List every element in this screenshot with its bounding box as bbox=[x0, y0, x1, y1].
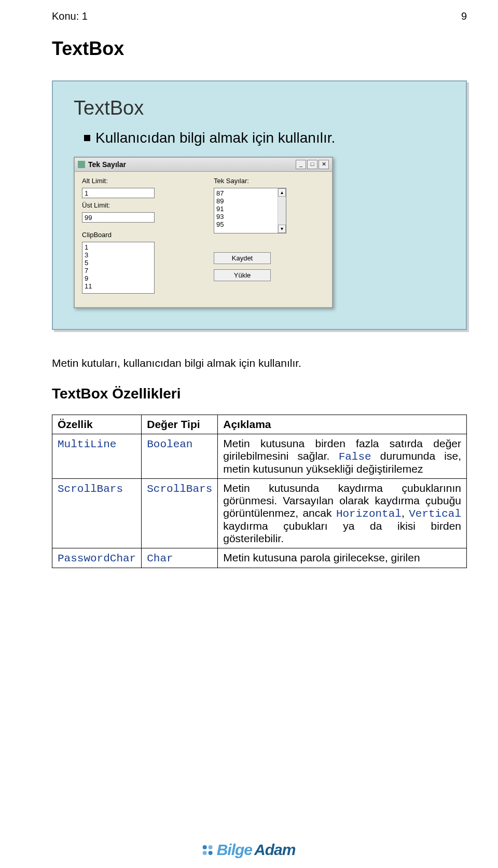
tek-sayilar-list-content: 87 89 91 93 95 bbox=[216, 189, 275, 228]
section-title: TextBox bbox=[52, 38, 467, 60]
brand-part2: Adam bbox=[254, 841, 295, 859]
slide-bullet: Kullanıcıdan bilgi almak için kullanılır… bbox=[84, 130, 450, 146]
properties-table: Özellik Değer Tipi Açıklama MultiLine Bo… bbox=[52, 415, 467, 568]
prop-name: ScrollBars bbox=[58, 483, 123, 495]
slide-card: TextBox Kullanıcıdan bilgi almak için ku… bbox=[52, 80, 467, 330]
th-deger-tipi: Değer Tipi bbox=[142, 415, 218, 434]
alt-limit-input[interactable]: 1 bbox=[82, 188, 155, 198]
header-topic: Konu: 1 bbox=[52, 10, 88, 22]
desc-code: False bbox=[339, 451, 371, 463]
slide-bullet-text: Kullanıcıdan bilgi almak için kullanılır… bbox=[95, 130, 335, 146]
clipboard-list-content: 1 3 5 7 9 11 bbox=[85, 243, 152, 290]
desc-code: Horizontal bbox=[336, 508, 402, 520]
th-aciklama: Açıklama bbox=[218, 415, 467, 434]
prop-name: PasswordChar bbox=[58, 553, 136, 564]
scroll-down-icon[interactable]: ▾ bbox=[278, 225, 286, 233]
prop-desc: Metin kutusunda kaydırma çubuklarının gö… bbox=[218, 479, 467, 548]
alt-limit-label: Alt Limit: bbox=[82, 177, 193, 185]
table-row: PasswordChar Char Metin kutusuna parola … bbox=[52, 548, 467, 568]
table-row: ScrollBars ScrollBars Metin kutusunda ka… bbox=[52, 479, 467, 548]
clipboard-label: ClipBoard bbox=[82, 231, 193, 239]
prop-name: MultiLine bbox=[58, 438, 116, 450]
prop-desc: Metin kutusuna birden fazla satırda değe… bbox=[218, 434, 467, 479]
bullet-square-icon bbox=[84, 135, 90, 141]
ust-limit-input[interactable]: 99 bbox=[82, 212, 155, 223]
intro-paragraph: Metin kutuları, kullanıcıdan bilgi almak… bbox=[52, 356, 467, 370]
scrollbar[interactable]: ▴ ▾ bbox=[278, 188, 286, 233]
footer-logo: BilgeAdam bbox=[203, 841, 296, 859]
desc-text: , bbox=[402, 507, 409, 519]
table-header-row: Özellik Değer Tipi Açıklama bbox=[52, 415, 467, 434]
brand-part1: Bilge bbox=[217, 841, 252, 859]
prop-type: ScrollBars bbox=[147, 483, 212, 495]
table-row: MultiLine Boolean Metin kutusuna birden … bbox=[52, 434, 467, 479]
tek-sayilar-listbox[interactable]: 87 89 91 93 95 ▴ ▾ bbox=[214, 188, 286, 233]
minimize-button[interactable]: _ bbox=[296, 160, 306, 169]
kaydet-button[interactable]: Kaydet bbox=[214, 252, 271, 264]
close-button[interactable]: ✕ bbox=[319, 160, 329, 169]
tek-sayilar-label: Tek Sayılar: bbox=[214, 177, 325, 185]
desc-text: Metin kutusuna parola girilecekse, giril… bbox=[223, 552, 420, 563]
yukle-button[interactable]: Yükle bbox=[214, 269, 271, 281]
ust-limit-label: Üst Limit: bbox=[82, 201, 193, 209]
prop-type: Boolean bbox=[147, 438, 192, 450]
properties-heading: TextBox Özellikleri bbox=[52, 385, 467, 402]
th-ozellik: Özellik bbox=[52, 415, 142, 434]
dialog-titlebar[interactable]: Tek Sayılar _ □ ✕ bbox=[75, 158, 332, 172]
maximize-button[interactable]: □ bbox=[307, 160, 317, 169]
prop-desc: Metin kutusuna parola girilecekse, giril… bbox=[218, 548, 467, 568]
scroll-up-icon[interactable]: ▴ bbox=[278, 188, 286, 197]
slide-title: TextBox bbox=[74, 97, 450, 119]
clipboard-listbox[interactable]: 1 3 5 7 9 11 bbox=[82, 242, 155, 294]
dialog-title: Tek Sayılar bbox=[88, 160, 296, 169]
dialog-window: Tek Sayılar _ □ ✕ Alt Limit: 1 Üst Limit… bbox=[74, 157, 333, 308]
app-icon bbox=[78, 161, 85, 168]
prop-type: Char bbox=[147, 553, 173, 564]
desc-code: Vertical bbox=[409, 508, 461, 520]
header-page-number: 9 bbox=[461, 10, 467, 22]
desc-text: kaydırma çubukları ya da ikisi birden gö… bbox=[223, 520, 461, 544]
logo-dots-icon bbox=[203, 845, 213, 855]
